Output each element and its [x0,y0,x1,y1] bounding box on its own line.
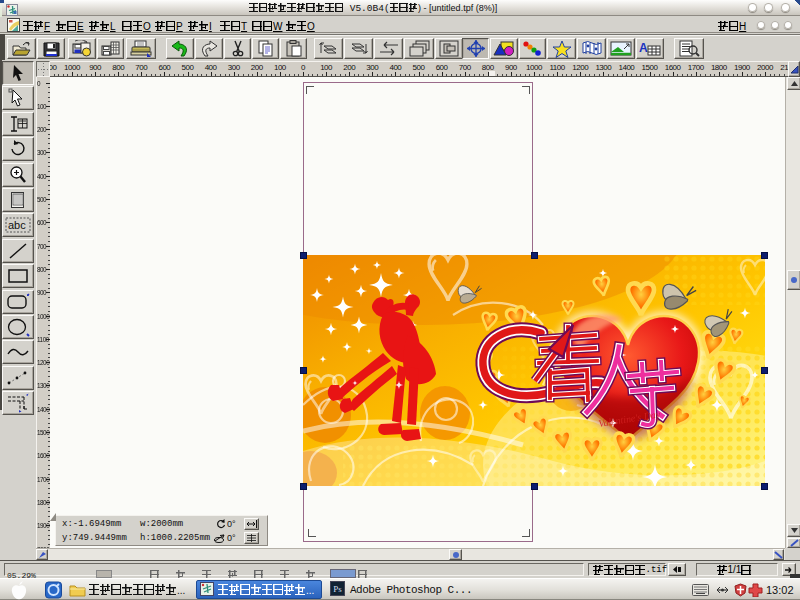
svg-text:A: A [639,41,648,55]
svg-text:abc: abc [8,219,26,231]
